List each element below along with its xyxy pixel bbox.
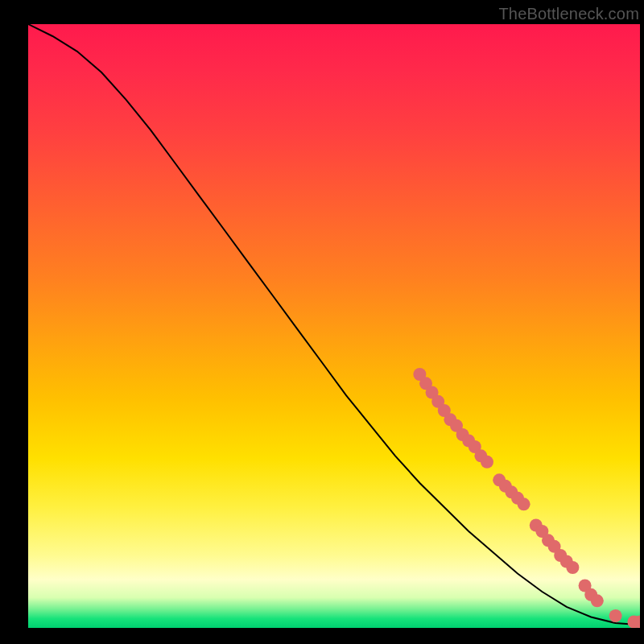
attribution-text: TheBottleneck.com [498, 5, 639, 23]
data-marker [591, 594, 604, 607]
chart-frame: TheBottleneck.com [0, 0, 644, 644]
data-marker [609, 609, 622, 622]
data-marker [518, 497, 530, 510]
plot-area [28, 24, 640, 628]
data-marker [481, 456, 493, 469]
data-markers [413, 368, 640, 628]
chart-svg [28, 24, 640, 628]
data-marker [566, 561, 579, 574]
